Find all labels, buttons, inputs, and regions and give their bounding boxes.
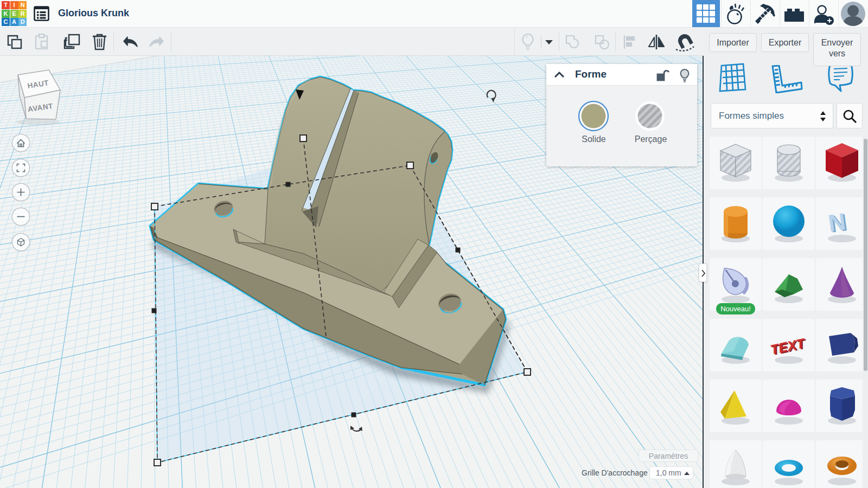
- svg-text:N: N: [826, 208, 847, 236]
